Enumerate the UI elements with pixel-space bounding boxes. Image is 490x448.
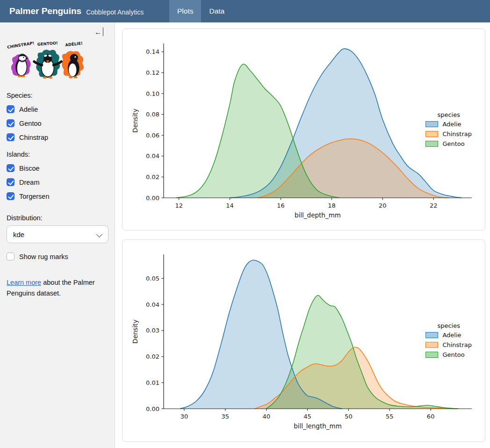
penguins-logo-svg: CHINSTRAP! GENTOO! ADÉLIE!	[7, 40, 87, 80]
tab-data[interactable]: Data	[201, 0, 232, 22]
y-tick-label: 0.04	[146, 152, 159, 159]
y-tick-label: 0.14	[146, 48, 159, 55]
species-option-gentoo: Gentoo	[7, 119, 108, 127]
chevron-down-icon	[97, 232, 102, 237]
x-tick-label: 12	[175, 202, 183, 209]
x-tick-label: 14	[226, 202, 234, 209]
app-header: Palmer Penguins Cobblepot Analytics Plot…	[0, 0, 490, 22]
learn-more-link[interactable]: Learn more	[7, 279, 41, 286]
y-tick-label: 0.08	[146, 111, 159, 118]
y-axis-label: Density	[131, 108, 139, 132]
penguins-logo: CHINSTRAP! GENTOO! ADÉLIE!	[7, 40, 108, 82]
kde-chart-bill_depth_mm: 1214161820220.000.020.040.060.080.100.12…	[122, 29, 485, 230]
y-tick-label: 0.00	[146, 405, 159, 412]
species-section-label: Species:	[7, 92, 108, 99]
plot-card-bill-depth: speciesAdelieChinstrapGentoo 12141618202…	[122, 29, 485, 231]
x-axis-label: bill_depth_mm	[295, 211, 341, 219]
y-tick-label: 0.04	[146, 301, 159, 308]
sidebar-collapse-row: ←	[7, 28, 103, 38]
y-tick-label: 0.02	[146, 353, 159, 360]
sidebar: ←	[0, 22, 115, 448]
y-tick-label: 0.10	[146, 90, 159, 97]
x-tick-label: 30	[180, 413, 188, 420]
x-tick-label: 55	[386, 413, 394, 420]
x-tick-label: 16	[277, 202, 285, 209]
y-tick-label: 0.05	[146, 275, 159, 282]
rug-marks-option: Show rug marks	[7, 253, 108, 260]
x-axis-label: bill_length_mm	[294, 422, 342, 430]
checkbox-rug-marks[interactable]	[7, 253, 14, 260]
species-option-chinstrap: Chinstrap	[7, 133, 108, 141]
island-option-torgersen: Torgersen	[7, 192, 108, 200]
logo-label-gentoo: GENTOO!	[37, 41, 58, 47]
y-tick-label: 0.03	[146, 327, 159, 334]
y-tick-label: 0.12	[146, 69, 159, 76]
y-tick-label: 0.02	[146, 173, 159, 181]
distribution-select[interactable]: kde	[7, 225, 108, 243]
checkbox-biscoe-label[interactable]: Biscoe	[19, 165, 40, 172]
app-subtitle: Cobblepot Analytics	[86, 7, 144, 16]
checkbox-chinstrap-label[interactable]: Chinstrap	[19, 134, 48, 141]
x-tick-label: 60	[427, 413, 435, 420]
checkbox-torgersen-label[interactable]: Torgersen	[19, 193, 49, 200]
species-option-adelie: Adelie	[7, 105, 108, 113]
x-tick-label: 45	[303, 413, 311, 420]
checkbox-gentoo[interactable]	[7, 119, 14, 127]
logo-label-chinstrap: CHINSTRAP!	[7, 41, 35, 50]
y-axis-label: Density	[131, 319, 139, 343]
checkbox-dream[interactable]	[7, 178, 14, 186]
x-tick-label: 22	[430, 202, 438, 209]
checkbox-chinstrap[interactable]	[7, 133, 14, 141]
distribution-label: Distribution:	[7, 214, 108, 222]
x-tick-label: 20	[379, 202, 387, 209]
x-tick-label: 18	[328, 202, 336, 209]
checkbox-torgersen[interactable]	[7, 192, 14, 200]
island-option-dream: Dream	[7, 178, 108, 186]
x-tick-label: 35	[222, 413, 230, 420]
checkbox-adelie-label[interactable]: Adelie	[19, 106, 38, 113]
collapse-sidebar-icon[interactable]: ←	[94, 28, 103, 36]
islands-section-label: Islands:	[7, 151, 108, 158]
checkbox-gentoo-label[interactable]: Gentoo	[19, 120, 42, 127]
logo-label-adelie: ADÉLIE!	[65, 40, 83, 47]
checkbox-dream-label[interactable]: Dream	[19, 179, 40, 186]
island-option-biscoe: Biscoe	[7, 164, 108, 172]
y-tick-label: 0.01	[146, 379, 159, 386]
tab-plots[interactable]: Plots	[169, 0, 201, 22]
checkbox-biscoe[interactable]	[7, 164, 14, 172]
y-tick-label: 0.06	[146, 132, 159, 139]
kde-chart-bill_length_mm: 303540455055600.000.010.020.030.040.05bi…	[122, 240, 485, 441]
distribution-select-value: kde	[13, 231, 97, 238]
plot-card-bill-length: speciesAdelieChinstrapGentoo 30354045505…	[122, 239, 485, 442]
checkbox-rug-marks-label[interactable]: Show rug marks	[19, 253, 68, 260]
x-tick-label: 40	[262, 413, 270, 420]
x-tick-label: 50	[345, 413, 353, 420]
y-tick-label: 0.00	[146, 195, 159, 202]
nav-tabs: Plots Data	[169, 0, 232, 22]
app-title: Palmer Penguins	[9, 6, 81, 16]
checkbox-adelie[interactable]	[7, 105, 14, 113]
dataset-note: Learn more about the Palmer Penguins dat…	[7, 277, 100, 299]
